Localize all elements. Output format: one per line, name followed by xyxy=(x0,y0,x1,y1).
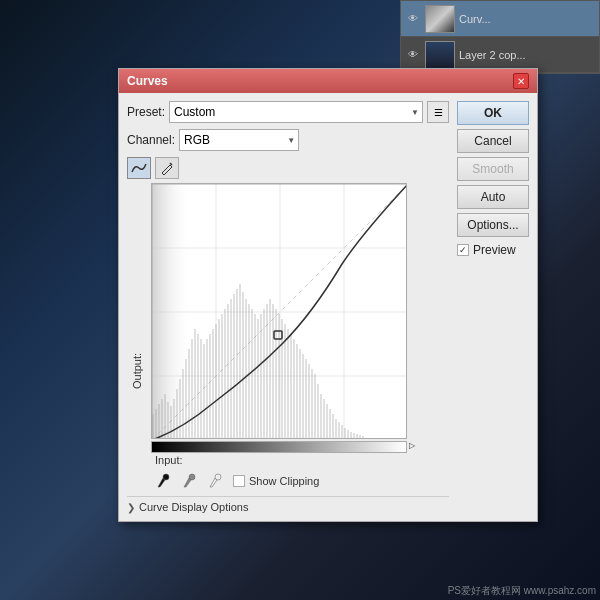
watermark: PS爱好者教程网 www.psahz.com xyxy=(448,584,596,598)
svg-rect-80 xyxy=(362,436,364,439)
black-eyedropper-icon xyxy=(155,472,173,490)
pencil-tool-button[interactable] xyxy=(155,157,179,179)
svg-rect-35 xyxy=(227,304,229,439)
show-clipping-checkbox[interactable] xyxy=(233,475,245,487)
svg-rect-78 xyxy=(356,434,358,439)
svg-rect-72 xyxy=(338,422,340,439)
dialog-title: Curves xyxy=(127,74,168,88)
svg-rect-45 xyxy=(257,319,259,439)
cancel-button[interactable]: Cancel xyxy=(457,129,529,153)
svg-rect-34 xyxy=(224,309,226,439)
curve-graph-svg xyxy=(152,184,407,439)
preset-select-wrap: Custom xyxy=(169,101,423,123)
options-button[interactable]: Options... xyxy=(457,213,529,237)
expand-options-arrow[interactable]: ❯ xyxy=(127,502,135,513)
svg-rect-48 xyxy=(266,304,268,439)
white-eyedropper-icon xyxy=(207,472,225,490)
svg-rect-51 xyxy=(275,309,277,439)
preview-checkbox[interactable]: ✓ xyxy=(457,244,469,256)
preview-label: Preview xyxy=(473,243,516,257)
gray-eyedropper-icon xyxy=(181,472,199,490)
channel-select[interactable]: RGB Red Green Blue xyxy=(179,129,299,151)
curve-display-options-label: Curve Display Options xyxy=(139,501,248,513)
svg-rect-68 xyxy=(326,404,328,439)
svg-rect-70 xyxy=(332,414,334,439)
svg-rect-76 xyxy=(350,432,352,439)
svg-rect-22 xyxy=(188,349,190,439)
svg-rect-57 xyxy=(293,339,295,439)
output-label-container: Output: xyxy=(127,183,147,439)
svg-rect-24 xyxy=(194,329,196,439)
preset-select[interactable]: Custom xyxy=(169,101,423,123)
preset-row: Preset: Custom ☰ xyxy=(127,101,449,123)
layer-thumbnail-copy xyxy=(425,41,455,69)
curve-graph[interactable] xyxy=(151,183,407,439)
svg-rect-63 xyxy=(311,369,313,439)
svg-rect-12 xyxy=(158,404,160,439)
black-eyedropper-button[interactable] xyxy=(155,472,173,490)
svg-rect-36 xyxy=(230,299,232,439)
svg-rect-59 xyxy=(299,349,301,439)
svg-rect-46 xyxy=(260,314,262,439)
pencil-tool-icon xyxy=(160,161,174,175)
svg-rect-73 xyxy=(341,425,343,439)
channel-row: Channel: RGB Red Green Blue xyxy=(127,129,449,151)
layer-name-curves: Curv... xyxy=(459,13,491,25)
svg-rect-20 xyxy=(182,369,184,439)
layer-visibility-eye-2[interactable]: 👁 xyxy=(405,47,421,63)
svg-rect-55 xyxy=(287,329,289,439)
gray-eyedropper-button[interactable] xyxy=(181,472,199,490)
curve-tools-row xyxy=(127,157,449,179)
dialog-titlebar: Curves ✕ xyxy=(119,69,537,93)
preview-row: ✓ Preview xyxy=(457,243,529,257)
svg-rect-62 xyxy=(308,364,310,439)
svg-rect-67 xyxy=(323,399,325,439)
button-panel: OK Cancel Smooth Auto Options... ✓ Previ… xyxy=(457,101,529,513)
svg-rect-28 xyxy=(206,339,208,439)
output-label: Output: xyxy=(131,353,143,389)
input-slider-row: ▷ xyxy=(127,441,449,453)
white-eyedropper-button[interactable] xyxy=(207,472,225,490)
svg-rect-77 xyxy=(353,433,355,439)
svg-rect-69 xyxy=(329,409,331,439)
preset-label: Preset: xyxy=(127,105,165,119)
preset-options-button[interactable]: ☰ xyxy=(427,101,449,123)
input-gradient-slider[interactable] xyxy=(151,441,407,453)
svg-rect-71 xyxy=(335,419,337,439)
show-clipping-label: Show Clipping xyxy=(249,475,319,487)
svg-rect-47 xyxy=(263,309,265,439)
svg-rect-39 xyxy=(239,284,241,439)
show-clipping-wrap: Show Clipping xyxy=(233,475,319,487)
svg-rect-13 xyxy=(161,399,163,439)
input-label: Input: xyxy=(155,454,183,466)
svg-rect-42 xyxy=(248,304,250,439)
layer-name-copy: Layer 2 cop... xyxy=(459,49,526,61)
layer-item-curves[interactable]: 👁 Curv... xyxy=(401,1,599,37)
svg-rect-27 xyxy=(203,344,205,439)
svg-rect-38 xyxy=(236,289,238,439)
svg-rect-58 xyxy=(296,344,298,439)
svg-rect-40 xyxy=(242,292,244,439)
channel-select-wrap: RGB Red Green Blue xyxy=(179,129,299,151)
dialog-close-button[interactable]: ✕ xyxy=(513,73,529,89)
svg-rect-65 xyxy=(317,384,319,439)
curve-tool-button[interactable] xyxy=(127,157,151,179)
svg-rect-25 xyxy=(197,334,199,439)
svg-rect-21 xyxy=(185,359,187,439)
svg-rect-23 xyxy=(191,339,193,439)
svg-rect-60 xyxy=(302,354,304,439)
layer-visibility-eye[interactable]: 👁 xyxy=(405,11,421,27)
svg-point-84 xyxy=(163,474,169,480)
channel-label: Channel: xyxy=(127,133,175,147)
dialog-main-area: Preset: Custom ☰ Channel: RGB Red Green … xyxy=(127,101,449,513)
svg-rect-49 xyxy=(269,299,271,439)
svg-rect-14 xyxy=(164,394,166,439)
smooth-button[interactable]: Smooth xyxy=(457,157,529,181)
auto-button[interactable]: Auto xyxy=(457,185,529,209)
ok-button[interactable]: OK xyxy=(457,101,529,125)
svg-rect-30 xyxy=(212,329,214,439)
svg-point-86 xyxy=(215,474,221,480)
svg-rect-18 xyxy=(176,389,178,439)
svg-rect-79 xyxy=(359,435,361,439)
svg-rect-37 xyxy=(233,294,235,439)
